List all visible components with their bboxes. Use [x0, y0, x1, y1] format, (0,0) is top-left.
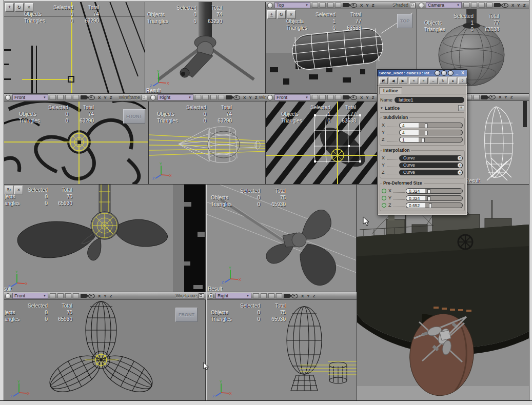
recycle-icon[interactable]: ↻: [439, 77, 447, 84]
memo-cam-button[interactable]: [253, 293, 259, 298]
size-x-value[interactable]: 0.324: [406, 188, 425, 194]
panel-lock-icon[interactable]: [435, 70, 440, 76]
memo-cam-button[interactable]: [320, 95, 326, 100]
subdivision-z-value[interactable]: 1: [399, 137, 419, 143]
keyframe-divot-icon[interactable]: [382, 189, 386, 193]
display-mode-dropdown[interactable]: Shaded: [392, 3, 408, 8]
memo-cam-button[interactable]: [195, 95, 201, 100]
keyframe-divot-icon[interactable]: [382, 203, 386, 208]
memo-cam-button[interactable]: [312, 3, 318, 8]
name-input[interactable]: lattice1: [395, 97, 464, 103]
viewport-canvas-submarine[interactable]: [357, 185, 529, 400]
size-y-value[interactable]: 0.324: [406, 195, 425, 201]
resize-viewport-icon[interactable]: [142, 95, 147, 100]
close-icon[interactable]: ×: [14, 186, 23, 194]
axis-toggle-y[interactable]: Y: [104, 294, 106, 298]
view-type-dropdown[interactable]: Top▼: [274, 2, 310, 8]
axis-toggle-x[interactable]: X: [499, 95, 501, 99]
resize-viewport-icon[interactable]: [199, 293, 204, 299]
memo-cam-button[interactable]: [261, 293, 267, 298]
viewport-letter-icon[interactable]: [5, 95, 11, 100]
axis-toggle-y[interactable]: Y: [504, 95, 507, 99]
display-mode-dropdown[interactable]: Wireframe: [119, 95, 140, 100]
tab-lattice[interactable]: Lattice: [379, 87, 402, 94]
view-type-dropdown[interactable]: Front▼: [12, 293, 48, 299]
viewport-letter-icon[interactable]: [419, 3, 424, 8]
refresh-icon[interactable]: ↻: [15, 3, 24, 12]
panel-titlebar[interactable]: Scene_Root : cube13 : lattice1 (Ge... _ …: [378, 70, 467, 76]
view-type-dropdown[interactable]: Right▼: [215, 293, 251, 299]
memo-cam-button[interactable]: [463, 3, 469, 8]
memo-cam-button[interactable]: [335, 3, 341, 8]
eye-icon[interactable]: [350, 3, 357, 8]
subdivision-x-slider[interactable]: [419, 123, 463, 128]
eye-icon[interactable]: [350, 95, 357, 100]
axis-toggle-z[interactable]: Z: [372, 3, 375, 8]
size-x-slider[interactable]: [425, 188, 463, 194]
axis-toggle-y[interactable]: Y: [517, 3, 520, 8]
camera-icon[interactable]: [81, 294, 87, 298]
eye-icon[interactable]: [489, 95, 496, 99]
minimize-button[interactable]: _: [455, 70, 459, 76]
viewport-letter-icon[interactable]: [267, 3, 273, 8]
memo-cam-button[interactable]: [276, 293, 282, 298]
memo-cam-button[interactable]: [203, 95, 209, 100]
prev-button[interactable]: ◀: [389, 77, 398, 84]
keyframe-icon[interactable]: ●: [448, 77, 457, 84]
axis-toggle-z[interactable]: Z: [313, 294, 316, 298]
memo-cam-button[interactable]: [65, 95, 71, 100]
next-button[interactable]: ▶: [399, 77, 407, 84]
memo-cam-button[interactable]: [50, 95, 56, 100]
eye-icon[interactable]: [291, 294, 298, 298]
memo-cam-button[interactable]: [312, 95, 318, 100]
eye-icon[interactable]: [502, 3, 508, 8]
axis-toggle-y[interactable]: Y: [307, 294, 309, 298]
sticky-hud-button[interactable]: ±: [5, 3, 14, 12]
view-type-dropdown[interactable]: Camera▼: [426, 2, 462, 8]
axis-toggle-x[interactable]: X: [98, 95, 101, 100]
axis-toggle-y[interactable]: Y: [249, 95, 251, 100]
view-type-dropdown[interactable]: Front▼: [274, 94, 310, 100]
close-button[interactable]: X: [460, 70, 465, 76]
size-y-slider[interactable]: [425, 195, 463, 201]
axis-toggle-z[interactable]: Z: [510, 95, 513, 99]
resize-viewport-icon[interactable]: [410, 3, 416, 8]
memo-cam-button[interactable]: [471, 3, 477, 8]
interpolation-x-dropdown[interactable]: Curve▼: [399, 155, 463, 161]
camera-icon[interactable]: [81, 95, 87, 99]
sticky-hud-button[interactable]: ±: [267, 10, 276, 19]
display-mode-dropdown[interactable]: Wireframe: [175, 293, 197, 298]
viewport-letter-icon[interactable]: [5, 293, 11, 299]
axis-toggle-x[interactable]: X: [360, 95, 363, 100]
section-help-button[interactable]: ?: [458, 105, 464, 111]
memo-cam-button[interactable]: [474, 95, 480, 100]
axis-toggle-x[interactable]: X: [360, 3, 363, 8]
eye-icon[interactable]: [233, 95, 240, 100]
camera-icon[interactable]: [494, 3, 500, 7]
memo-cam-button[interactable]: [210, 95, 216, 100]
memo-cam-button[interactable]: [479, 3, 485, 8]
viewport-canvas-hull[interactable]: [464, 100, 529, 185]
section-lattice[interactable]: ▼ Lattice ?: [380, 105, 464, 113]
view-type-dropdown[interactable]: Right▼: [157, 94, 193, 100]
camera-icon[interactable]: [343, 3, 349, 7]
axis-toggle-z[interactable]: Z: [110, 95, 112, 100]
panel-pin-icon[interactable]: [441, 70, 447, 76]
close-icon[interactable]: ×: [25, 3, 33, 12]
viewport-letter-icon[interactable]: [267, 95, 273, 100]
axis-toggle-y[interactable]: Y: [366, 3, 368, 8]
axis-toggle-x[interactable]: X: [301, 294, 304, 298]
axis-toggle-x[interactable]: X: [243, 95, 246, 100]
axis-toggle-z[interactable]: Z: [523, 3, 526, 8]
axis-toggle-z[interactable]: Z: [255, 95, 258, 100]
viewport-letter-icon[interactable]: D: [208, 293, 214, 299]
eye-icon[interactable]: [88, 294, 95, 298]
view-type-dropdown[interactable]: Front▼: [12, 94, 48, 100]
help-icon[interactable]: ?: [458, 77, 467, 84]
memo-cam-button[interactable]: [268, 293, 274, 298]
camera-icon[interactable]: [343, 95, 349, 99]
refresh-icon[interactable]: ↻: [277, 10, 286, 19]
subdivision-x-value[interactable]: 4: [399, 123, 419, 128]
memo-cam-button[interactable]: [50, 293, 56, 298]
refresh-icon[interactable]: ↻: [5, 186, 13, 194]
